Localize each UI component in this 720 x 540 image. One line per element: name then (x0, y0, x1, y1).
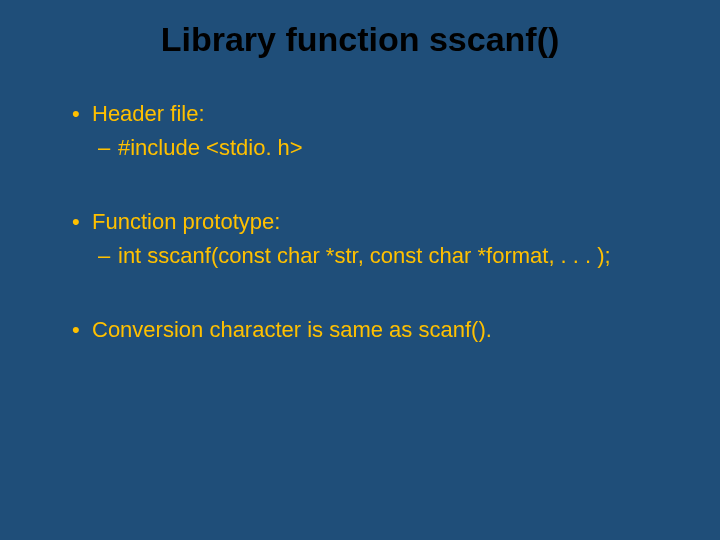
bullet-level-2: #include <stdio. h> (70, 135, 650, 161)
bullet-level-2: int sscanf(const char *str, const char *… (70, 243, 650, 269)
bullet-group: Function prototype: int sscanf(const cha… (70, 209, 650, 269)
bullet-level-1: Header file: (70, 101, 650, 127)
bullet-level-1: Conversion character is same as scanf(). (70, 317, 650, 343)
slide-title: Library function sscanf() (0, 20, 720, 59)
slide-container: Library function sscanf() Header file: #… (0, 0, 720, 540)
bullet-group: Header file: #include <stdio. h> (70, 101, 650, 161)
slide-content: Header file: #include <stdio. h> Functio… (0, 101, 720, 343)
bullet-level-1: Function prototype: (70, 209, 650, 235)
bullet-group: Conversion character is same as scanf(). (70, 317, 650, 343)
